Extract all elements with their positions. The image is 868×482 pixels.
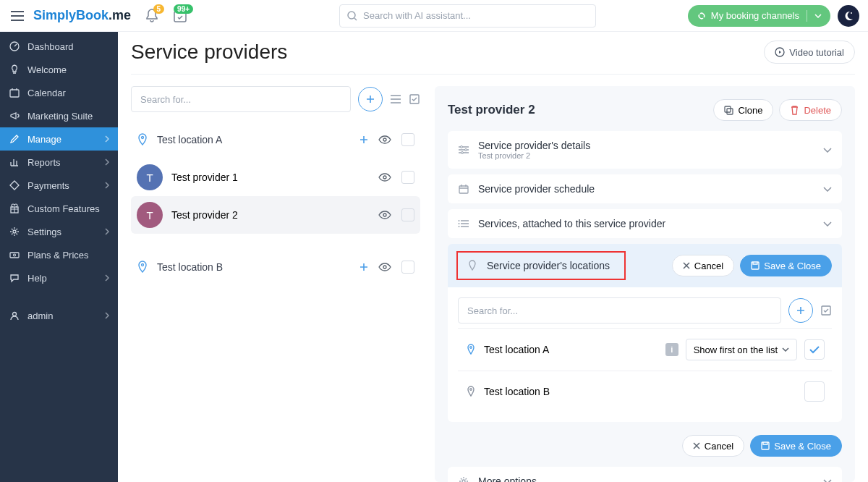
svg-point-24 (459, 220, 460, 221)
money-icon (9, 249, 20, 261)
card-icon (9, 179, 20, 191)
list-menu-button[interactable] (390, 94, 401, 104)
chart-icon (9, 156, 20, 168)
row-checkbox[interactable] (401, 261, 414, 274)
visibility-toggle[interactable] (378, 135, 391, 144)
search-placeholder: Search for... (140, 94, 191, 105)
notifications-button[interactable]: 5 (145, 9, 158, 23)
list-row-provider[interactable]: T Test provider 2 (131, 196, 420, 234)
chevron-down-icon (823, 221, 832, 227)
svg-point-8 (14, 254, 16, 256)
provider-search-input[interactable]: Search for... (131, 86, 351, 112)
sidebar-item-admin[interactable]: admin (0, 304, 118, 327)
cancel-button[interactable]: Cancel (672, 255, 734, 276)
list-row-location[interactable]: Test location B (131, 248, 420, 286)
svg-rect-28 (822, 306, 830, 315)
global-search-input[interactable]: Search with AI assistant... (339, 4, 596, 28)
info-icon[interactable]: i (665, 343, 678, 356)
accordion-title: Service provider's locations (487, 260, 610, 271)
accordion-locations[interactable]: Service provider's locations Cancel Save… (448, 244, 842, 287)
eye-icon (378, 135, 391, 144)
location-item[interactable]: Test location A i Show first on the list (458, 328, 832, 371)
eye-icon (378, 173, 391, 182)
save-icon (751, 261, 760, 270)
accordion-title: Service provider's details (478, 140, 590, 151)
save-close-button[interactable]: Save & Close (750, 435, 842, 457)
accordion-title: Service provider schedule (478, 183, 595, 195)
row-checkbox[interactable] (401, 171, 414, 184)
close-icon (683, 262, 690, 269)
row-checkbox[interactable] (401, 133, 414, 146)
location-checkbox[interactable] (804, 339, 825, 360)
accordion-more-options[interactable]: More options (448, 467, 842, 482)
megaphone-icon (9, 110, 20, 122)
sidebar-item-dashboard[interactable]: Dashboard (0, 35, 118, 58)
sidebar-item-welcome[interactable]: Welcome (0, 58, 118, 81)
logo[interactable]: SimplyBook.me (33, 8, 131, 23)
priority-select[interactable]: Show first on the list (686, 339, 797, 360)
save-label: Save & Close (774, 441, 831, 452)
list-row-location[interactable]: Test location A (131, 121, 420, 158)
save-icon (761, 441, 770, 450)
add-location-button[interactable] (788, 298, 813, 323)
select-all-button[interactable] (409, 93, 420, 105)
plus-icon (365, 94, 375, 104)
accordion-details[interactable]: Service provider's details Test provider… (448, 131, 842, 169)
sidebar-label: Welcome (27, 64, 67, 75)
accordion-schedule[interactable]: Service provider schedule (448, 174, 842, 203)
accordion-services[interactable]: Services, attached to this service provi… (448, 209, 842, 238)
visibility-toggle[interactable] (378, 173, 391, 182)
svg-point-30 (470, 389, 472, 391)
pin-icon (467, 260, 478, 271)
sidebar-item-manage[interactable]: Manage (0, 127, 118, 151)
sliders-icon (458, 144, 469, 156)
save-close-button[interactable]: Save & Close (740, 255, 832, 276)
svg-point-29 (470, 347, 472, 349)
location-checkbox[interactable] (804, 381, 825, 402)
cancel-button[interactable]: Cancel (682, 435, 744, 457)
divider (807, 10, 807, 22)
pin-icon (137, 261, 148, 273)
svg-point-25 (459, 223, 460, 224)
menu-toggle[interactable] (9, 7, 26, 25)
svg-rect-23 (459, 186, 468, 193)
sidebar-item-settings[interactable]: Settings (0, 220, 118, 243)
select-all-locations-button[interactable] (820, 305, 832, 316)
pin-icon (465, 344, 477, 355)
list-row-provider[interactable]: T Test provider 1 (131, 158, 420, 196)
add-provider-button[interactable] (358, 87, 383, 111)
location-search-input[interactable]: Search for... (458, 297, 781, 324)
video-tutorial-label: Video tutorial (789, 47, 844, 58)
sidebar-item-help[interactable]: Help (0, 266, 118, 289)
delete-button[interactable]: Delete (779, 99, 842, 121)
row-checkbox[interactable] (401, 208, 414, 221)
save-label: Save & Close (764, 261, 821, 271)
location-label: Test location B (484, 386, 550, 397)
booking-channels-button[interactable]: My booking channels (688, 5, 830, 27)
svg-point-13 (383, 138, 386, 141)
sidebar-item-custom-features[interactable]: Custom Features (0, 197, 118, 220)
add-to-location-button[interactable] (359, 135, 368, 144)
chevron-right-icon (105, 228, 109, 235)
sidebar-label: Plans & Prices (27, 250, 89, 261)
sidebar-item-marketing[interactable]: Marketing Suite (0, 104, 118, 127)
sidebar-label: Calendar (27, 88, 66, 98)
theme-toggle[interactable] (838, 5, 859, 27)
list-row-label: Test location B (157, 261, 223, 273)
clone-button[interactable]: Clone (713, 99, 773, 121)
chevron-down-icon (823, 148, 832, 153)
list-icon (390, 94, 401, 104)
visibility-toggle[interactable] (378, 263, 391, 271)
add-to-location-button[interactable] (359, 263, 368, 271)
sidebar-item-reports[interactable]: Reports (0, 151, 118, 174)
sidebar-item-plans[interactable]: Plans & Prices (0, 243, 118, 266)
calendar-icon (9, 87, 20, 98)
sidebar-item-payments[interactable]: Payments (0, 174, 118, 197)
location-item[interactable]: Test location B (458, 371, 832, 412)
visibility-toggle[interactable] (378, 211, 391, 219)
eye-icon (378, 211, 391, 219)
sidebar-label: Payments (27, 180, 69, 191)
sidebar-item-calendar[interactable]: Calendar (0, 81, 118, 104)
video-tutorial-button[interactable]: Video tutorial (764, 41, 855, 64)
tasks-button[interactable]: 99+ (173, 9, 187, 23)
